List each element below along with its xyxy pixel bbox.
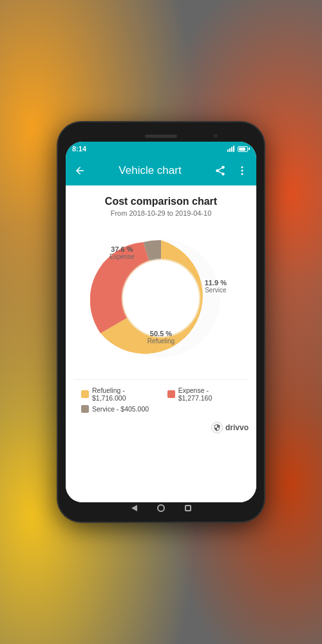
svg-point-2 (242, 173, 243, 175)
legend-dot-expense (167, 390, 175, 398)
back-button[interactable] (71, 162, 89, 180)
legend-service: Service - $405.000 (81, 405, 149, 413)
chart-subtitle: From 2018-10-29 to 2019-04-10 (111, 209, 212, 217)
drivvo-logo-icon (211, 422, 223, 433)
legend-refueling: Refueling - $1,716.000 (81, 386, 157, 402)
signal-icon (227, 146, 235, 152)
status-bar: 8:14 (66, 142, 256, 156)
status-time: 8:14 (72, 145, 86, 153)
main-content: Cost comparison chart From 2018-10-29 to… (66, 185, 256, 502)
drivvo-branding: drivvo (73, 422, 249, 433)
more-button[interactable] (233, 162, 251, 180)
legend-label-refueling: Refueling - $1,716.000 (92, 386, 157, 402)
app-bar-actions (211, 162, 251, 180)
nav-recent-button[interactable] (184, 504, 193, 513)
chart-legend: Refueling - $1,716.000 Expense - $1,277.… (73, 379, 249, 419)
app-bar: Vehicle chart (66, 156, 256, 185)
svg-point-1 (242, 170, 243, 172)
camera-dot (214, 134, 218, 138)
battery-icon (238, 146, 250, 152)
legend-row-1: Refueling - $1,716.000 Expense - $1,277.… (81, 386, 241, 402)
chart-title: Cost comparison chart (105, 196, 217, 207)
legend-dot-refueling (81, 390, 89, 398)
speaker-slot (145, 135, 177, 138)
nav-bar (66, 502, 256, 514)
drivvo-name: drivvo (225, 423, 249, 432)
status-icons (227, 146, 250, 152)
nav-back-button[interactable] (129, 504, 138, 513)
donut-chart: 37.6 % Expense 11.9 % Service 50.5 % Ref… (90, 227, 232, 369)
legend-label-expense: Expense - $1,277.160 (178, 386, 241, 402)
legend-label-service: Service - $405.000 (92, 405, 149, 413)
share-button[interactable] (211, 162, 229, 180)
legend-expense: Expense - $1,277.160 (167, 386, 241, 402)
nav-home-button[interactable] (156, 504, 166, 513)
svg-point-0 (242, 166, 243, 168)
legend-dot-service (81, 405, 89, 413)
page-title: Vehicle chart (94, 164, 206, 177)
legend-row-2: Service - $405.000 (81, 405, 241, 413)
